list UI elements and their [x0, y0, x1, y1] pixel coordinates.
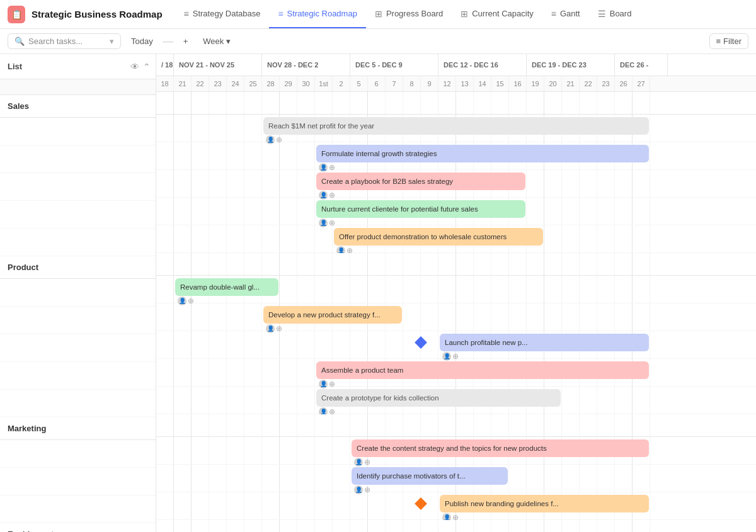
gantt-group-header-enablement — [156, 520, 756, 532]
task-bar-s1[interactable]: Reach $1M net profit for the year — [263, 117, 649, 135]
sidebar-group-enablement: Enablement — [0, 523, 156, 532]
gantt-task-row-p5: Create a prototype for kids collection👤⊕ — [156, 387, 756, 414]
sidebar-task-m3 — [0, 495, 156, 523]
tab-current-capacity[interactable]: ⊞Current Capacity — [452, 0, 542, 28]
day-cell-11: 5 — [350, 76, 368, 91]
nav-tabs: ≡Strategy Database≡Strategic Roadmap⊞Pro… — [175, 0, 641, 28]
task-label-m2: Identify purchase motivators of t... — [357, 472, 503, 480]
day-cell-13: 7 — [386, 76, 403, 91]
day-cell-23: 21 — [562, 76, 580, 91]
tab-progress-board[interactable]: ⊞Progress Board — [366, 0, 452, 28]
gantt-task-row-m1: Create the content strategy and the topi… — [156, 437, 756, 465]
toolbar-right: ≡ Filter — [709, 33, 748, 49]
sidebar-task-p1 — [0, 279, 156, 307]
sidebar-task-s1 — [0, 118, 156, 145]
gantt-task-row-p4: Assemble a product team👤⊕ — [156, 359, 756, 387]
collapse-icon[interactable]: ⌃ — [143, 62, 151, 72]
task-bar-m2[interactable]: Identify purchase motivators of t... — [352, 467, 508, 485]
task-label-m1: Create the content strategy and the topi… — [357, 444, 644, 452]
day-cell-12: 6 — [368, 76, 386, 91]
tab-icon-current-capacity: ⊞ — [461, 9, 468, 19]
day-cell-3: 23 — [209, 76, 227, 91]
week-selector[interactable]: Week ▾ — [198, 34, 236, 48]
zoom-in-button[interactable]: + — [178, 34, 193, 48]
day-cell-0: 18 — [156, 76, 174, 91]
sidebar-task-p3 — [0, 334, 156, 362]
day-cell-26: 26 — [615, 76, 633, 91]
hide-icon[interactable]: 👁 — [130, 62, 139, 72]
gantt-wrapper: List 👁 ⌃ SalesProductMarketingEnablement… — [0, 54, 756, 532]
search-box[interactable]: 🔍 Search tasks... ▾ — [8, 33, 121, 49]
week-cell-1: NOV 21 - NOV 25 — [174, 54, 262, 76]
day-cell-22: 20 — [544, 76, 562, 91]
task-label-m3: Publish new branding guidelines f... — [445, 500, 644, 507]
week-cell-0: / 18 — [156, 54, 174, 76]
sidebar-list-header: List 👁 ⌃ — [0, 54, 156, 79]
gantt-task-row-p2: Develop a new product strategy f...👤⊕ — [156, 303, 756, 331]
task-bar-p1[interactable]: Revamp double-wall gl... — [175, 278, 278, 296]
sidebar-task-p4 — [0, 362, 156, 390]
day-cell-25: 23 — [597, 76, 615, 91]
toolbar: 🔍 Search tasks... ▾ Today — + Week ▾ ≡ F… — [0, 29, 756, 54]
app-icon: 📋 — [8, 6, 25, 23]
task-label-s5: Offer product demonstration to wholesale… — [339, 233, 538, 241]
gantt-task-row-s5: Offer product demonstration to wholesale… — [156, 225, 756, 253]
task-bar-p4[interactable]: Assemble a product team — [316, 361, 649, 379]
gantt-task-row-m3: Publish new branding guidelines f...👤⊕ — [156, 492, 756, 520]
gantt-task-row-s4: Nurture current clientele for potential … — [156, 198, 756, 225]
search-placeholder: Search tasks... — [28, 37, 83, 46]
tab-gantt[interactable]: ≡Gantt — [542, 0, 589, 28]
sidebar-group-product: Product — [0, 256, 156, 279]
week-cell-4: DEC 12 - DEC 16 — [438, 54, 527, 76]
task-bar-s5[interactable]: Offer product demonstration to wholesale… — [334, 228, 543, 246]
task-bar-s4[interactable]: Nurture current clientele for potential … — [316, 200, 525, 218]
sidebar-group-marketing: Marketing — [0, 417, 156, 440]
task-bar-p2[interactable]: Develop a new product strategy f... — [263, 306, 402, 324]
task-bar-s3[interactable]: Create a playbook for B2B sales strategy — [316, 173, 525, 190]
task-bar-p3[interactable]: Launch profitable new p... — [440, 334, 649, 351]
today-button[interactable]: Today — [126, 34, 158, 48]
week-cell-2: NOV 28 - DEC 2 — [262, 54, 350, 76]
day-cell-14: 8 — [403, 76, 421, 91]
search-icon: 🔍 — [14, 37, 25, 46]
week-header-row: / 18NOV 21 - NOV 25NOV 28 - DEC 2DEC 5 -… — [156, 54, 756, 76]
task-label-p5: Create a prototype for kids collection — [321, 394, 556, 402]
filter-button[interactable]: ≡ Filter — [709, 33, 748, 49]
task-label-p3: Launch profitable new p... — [445, 339, 644, 346]
task-label-p2: Develop a new product strategy f... — [268, 311, 397, 319]
day-header-row: 1821222324252829301st2567891213141516192… — [156, 76, 756, 92]
tab-board[interactable]: ☰Board — [589, 0, 641, 28]
sidebar-task-p2 — [0, 307, 156, 334]
day-cell-2: 22 — [192, 76, 209, 91]
sidebar-task-s4 — [0, 201, 156, 229]
gantt-sidebar: List 👁 ⌃ SalesProductMarketingEnablement — [0, 54, 156, 532]
day-cell-27: 27 — [633, 76, 650, 91]
day-cell-10: 2 — [333, 76, 350, 91]
day-cell-5: 25 — [244, 76, 262, 91]
day-cell-20: 16 — [509, 76, 527, 91]
filter-icon: ≡ — [716, 37, 721, 46]
app-header: 📋 Strategic Business Roadmap ≡Strategy D… — [0, 0, 756, 29]
task-bar-s2[interactable]: Formulate internal growth strategies — [316, 145, 649, 162]
gantt-task-row-p3: Launch profitable new p...👤⊕ — [156, 331, 756, 359]
search-dropdown-icon: ▾ — [110, 37, 114, 46]
day-cell-9: 1st — [315, 76, 333, 91]
day-cell-18: 14 — [474, 76, 491, 91]
task-label-s4: Nurture current clientele for potential … — [321, 205, 520, 213]
sidebar-task-m2 — [0, 468, 156, 495]
sidebar-task-s3 — [0, 173, 156, 201]
gantt-task-row-s2: Formulate internal growth strategies👤⊕ — [156, 142, 756, 170]
task-bar-m3[interactable]: Publish new branding guidelines f... — [440, 495, 649, 512]
tab-icon-gantt: ≡ — [551, 9, 556, 19]
list-actions: 👁 ⌃ — [130, 62, 151, 72]
gantt-task-row-s3: Create a playbook for B2B sales strategy… — [156, 170, 756, 198]
day-cell-6: 28 — [262, 76, 280, 91]
task-label-p1: Revamp double-wall gl... — [180, 283, 273, 291]
sidebar-task-s5 — [0, 229, 156, 256]
sidebar-group-sales: Sales — [0, 95, 156, 118]
task-bar-p5[interactable]: Create a prototype for kids collection — [316, 389, 561, 407]
tab-strategic-roadmap[interactable]: ≡Strategic Roadmap — [269, 0, 365, 28]
tab-strategy-db[interactable]: ≡Strategy Database — [175, 0, 270, 28]
task-bar-m1[interactable]: Create the content strategy and the topi… — [352, 439, 649, 457]
day-cell-16: 12 — [438, 76, 456, 91]
